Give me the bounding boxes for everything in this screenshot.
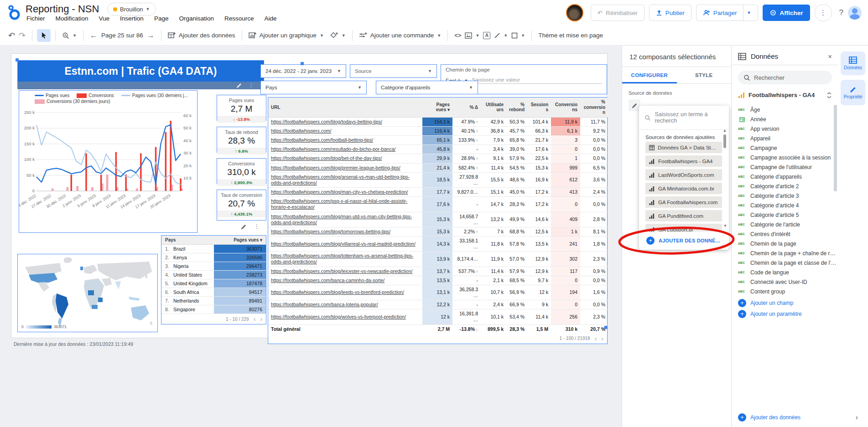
scorecard-pages-vues[interactable]: Pages vues2,7 M↓ -13.8% [217, 95, 266, 121]
close-icon[interactable]: × [828, 52, 832, 60]
selection-handle[interactable] [301, 62, 304, 65]
data-source-item[interactable]: GA Footballwhispers.com [645, 196, 722, 208]
table-row[interactable]: https://footballwhispers.com/blog/totten… [268, 252, 608, 267]
field-item[interactable]: ABCCatégorie d'article 4 [738, 201, 838, 210]
url-link[interactable]: https://footballwhispers.com/football-be… [271, 137, 373, 143]
data-source-item[interactable]: LastWordOnSports.com [645, 169, 722, 180]
scorecard-taux-de-rebond[interactable]: Taux de rebond28,3 %↑ 6.6% [217, 127, 266, 153]
field-item[interactable]: ABCÂge [738, 105, 838, 114]
menu-organisation[interactable]: Organisation [179, 15, 214, 22]
table-row[interactable]: 1.Brazil363071 [161, 245, 266, 253]
field-item[interactable]: ABCChemin de la page + chaîne de requ... [738, 248, 838, 258]
collapse-panel-icon[interactable]: › [856, 413, 858, 422]
url-link[interactable]: https://footballwhispers.com/blog/tomorr… [271, 229, 390, 234]
url-link[interactable]: https://footballwhispers.com/blog/man-ci… [271, 189, 408, 195]
menu-insertion[interactable]: Insertion [120, 15, 144, 22]
column-header[interactable]: % rebond [506, 98, 527, 117]
help-icon[interactable]: ? [839, 8, 843, 17]
table-row[interactable]: https://footballwhispers.com/blog/leices… [268, 267, 608, 276]
page-prev-icon[interactable]: ‹ [595, 335, 597, 342]
device-category-filter[interactable]: Catégorie d'appareils▼ [376, 81, 478, 94]
column-header[interactable]: Conversions [551, 98, 580, 117]
insert-shape-button[interactable]: ▼ [509, 32, 527, 39]
draft-status-pill[interactable]: Brouillon ▼ [107, 3, 156, 15]
field-item[interactable]: ABCCampagne de l'utilisateur [738, 162, 838, 172]
table-row[interactable]: https://footballwhispers.com/psg-x-al-na… [268, 197, 608, 212]
menu-aide[interactable]: Aide [264, 15, 276, 22]
table-row[interactable]: https://footballwhispers.com/blog/premie… [268, 163, 608, 172]
table-row[interactable]: https://footballwhispers.com/blog/man-ut… [268, 212, 608, 227]
add-data-source-button[interactable]: + AJOUTER DES DONNÉ… [639, 232, 729, 250]
column-header[interactable]: Utilisateurs [481, 98, 506, 117]
scroll-down-icon[interactable]: ▼ [723, 224, 727, 228]
user-avatar[interactable] [848, 6, 862, 20]
next-page-button[interactable]: → [145, 31, 156, 39]
view-button[interactable]: Afficher [763, 5, 810, 21]
table-row[interactable]: https://footballwhispers.com/blog/villar… [268, 237, 608, 252]
more-vert-icon[interactable]: ⋮ [254, 223, 260, 230]
table-row[interactable]: https://footballwhispers.com/blog/arsena… [268, 172, 608, 187]
add-data-button[interactable]: Ajouter des données [166, 32, 237, 39]
table-row[interactable]: https://footballwhispers.com/blog/wolves… [268, 309, 608, 324]
url-link[interactable]: https://footballwhispers.com/blog/leices… [271, 268, 412, 274]
url-link[interactable]: https://footballwhispers.com/blog/wolves… [271, 314, 406, 319]
timeseries-chart[interactable]: Pages vuesConversionsPages vues (30 dern… [19, 90, 198, 233]
column-header[interactable]: Sessions [527, 98, 551, 117]
page-prev-icon[interactable]: ‹ [254, 316, 256, 322]
filter-value-input[interactable]: Saisissez une valeur [472, 77, 602, 84]
url-link[interactable]: https://footballwhispers.com/psg-x-al-na… [271, 198, 407, 210]
field-item[interactable]: ABCChemin de la page et classe de l'écra… [738, 258, 838, 268]
table-row[interactable]: https://footballwhispers.com/116,4 k40.1… [268, 126, 608, 135]
active-data-source[interactable]: Footballwhispers - GA4 [732, 90, 838, 102]
undo-button[interactable]: ↶ [6, 31, 17, 40]
field-item[interactable]: ABCCampagne [738, 143, 838, 153]
scorecard-conversions[interactable]: Conversions310,0 k↑ 2,900.3% [217, 158, 266, 184]
table-row[interactable]: 6.South Africa94517 [161, 288, 266, 297]
field-item[interactable]: ABCCatégorie de l'article [738, 220, 838, 229]
country-table[interactable]: PaysPages vues ▾1.Brazil3630712.Kenya326… [161, 235, 266, 324]
rail-data-button[interactable]: Données [841, 51, 865, 75]
insert-text-button[interactable]: A [481, 32, 492, 39]
redo-button[interactable]: ↷ [17, 31, 27, 40]
field-item[interactable]: ABCCampagne associée à la session [738, 153, 838, 162]
menu-modification[interactable]: Modification [56, 15, 88, 22]
table-row[interactable]: 5.United Kingdom187478 [161, 279, 266, 288]
field-item[interactable]: ABCCatégorie d'article 2 [738, 181, 838, 191]
table-row[interactable]: https://footballwhispers.com/banca-loter… [268, 300, 608, 309]
selection-handle[interactable] [16, 58, 19, 62]
collapse-icon[interactable] [826, 92, 832, 98]
add-chart-button[interactable]: Ajouter un graphique▼ [247, 32, 326, 39]
table-row[interactable]: https://footballwhispers.com/football-be… [268, 136, 608, 145]
url-link[interactable]: https://footballwhispers.com/banca-loter… [271, 302, 378, 307]
embed-code-button[interactable]: <> [452, 32, 463, 38]
data-source-item[interactable]: GA Minhatorcida.com.br [645, 183, 722, 194]
more-vert-icon[interactable]: ⋮ [249, 82, 254, 88]
publish-button[interactable]: Publier [649, 5, 691, 21]
tab-configurer[interactable]: CONFIGURER [622, 67, 677, 83]
table-row[interactable]: 2.Kenya326596 [161, 253, 266, 262]
menu-fichier[interactable]: Fichier [26, 15, 45, 22]
theme-layout-button[interactable]: Thème et mise en page [536, 32, 605, 39]
add-data-link[interactable]: + Ajouter des données [732, 411, 838, 422]
table-row[interactable]: https://footballwhispers.com/blog/todays… [268, 117, 608, 126]
url-link[interactable]: https://footballwhispers.com/blog/leeds-… [271, 289, 404, 295]
table-row[interactable]: https://footballwhispers.com/banca-camin… [268, 276, 608, 285]
table-row[interactable]: https://footballwhispers.com/resultado-d… [268, 145, 608, 154]
field-item[interactable]: ABCCatégorie d'appareils [738, 172, 838, 181]
zoom-tool-button[interactable]: ▼ [60, 32, 78, 39]
url-data-table[interactable]: URLPages vues ▾% ΔUtilisateurs% rebondSe… [268, 97, 608, 344]
url-link[interactable]: https://footballwhispers.com/blog/man-ut… [271, 214, 412, 225]
menu-page[interactable]: Page [154, 15, 169, 22]
field-search-input[interactable]: Rechercher [738, 71, 832, 84]
insert-line-button[interactable]: ▼ [492, 32, 509, 39]
date-range-filter[interactable]: 24 déc. 2022 - 22 janv. 2023▼ [260, 64, 346, 78]
document-title[interactable]: Reporting - NSN [26, 3, 99, 15]
scroll-up-icon[interactable]: ▲ [722, 129, 727, 133]
edit-pencil-icon[interactable] [241, 224, 247, 230]
column-header[interactable]: Pays [161, 236, 214, 245]
url-link[interactable]: https://footballwhispers.com/blog/villar… [271, 241, 416, 247]
column-header[interactable]: Pages vues ▾ [214, 236, 266, 245]
menu-ressource[interactable]: Ressource [224, 15, 254, 22]
table-row[interactable]: https://footballwhispers.com/blog/man-ci… [268, 188, 608, 197]
geo-map[interactable]: 0 363071 [17, 254, 158, 332]
